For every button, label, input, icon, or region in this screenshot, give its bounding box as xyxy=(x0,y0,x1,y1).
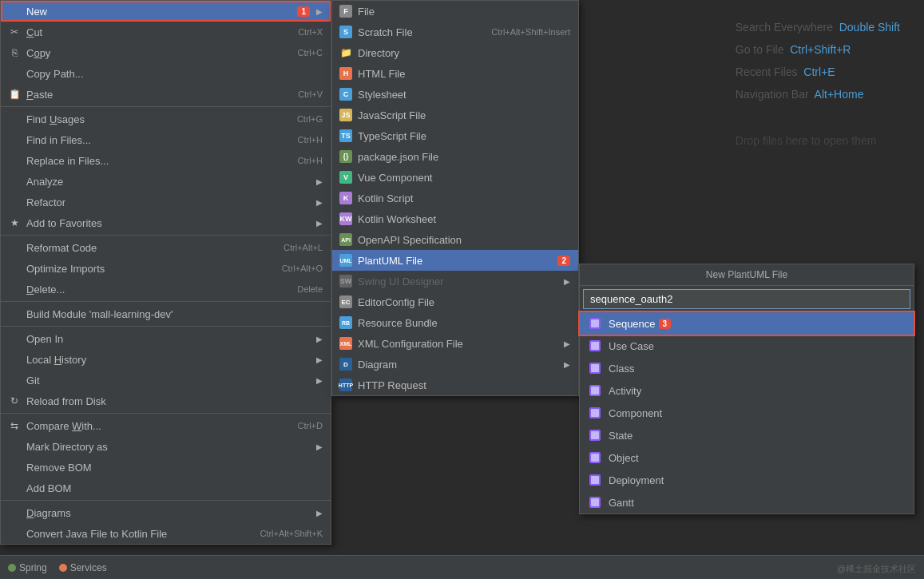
submenu-package-label: package.json File xyxy=(358,151,570,163)
plantuml-item-state[interactable]: State xyxy=(580,424,914,446)
menu-item-diagrams-label: Diagrams xyxy=(26,507,310,519)
menu-item-compare-label: Compare With... xyxy=(26,420,282,432)
submenu-javascript[interactable]: JS JavaScript File xyxy=(332,105,578,125)
services-label: Services xyxy=(70,562,107,573)
plantuml-dialog: New PlantUML File Sequence 3 Use Case Cl… xyxy=(579,264,914,514)
submenu-javascript-label: JavaScript File xyxy=(358,109,570,121)
menu-item-cut[interactable]: ✂ Cut Ctrl+X xyxy=(1,22,331,42)
menu-item-reload-from-disk[interactable]: ↻ Reload from Disk xyxy=(1,391,331,411)
menu-item-replace-in-files-label: Replace in Files... xyxy=(26,155,282,167)
plantuml-use-case-label: Use Case xyxy=(609,340,654,352)
menu-item-replace-in-files[interactable]: Replace in Files... Ctrl+H xyxy=(1,150,331,171)
plantuml-item-class[interactable]: Class xyxy=(580,357,914,379)
menu-item-copy-path-label: Copy Path... xyxy=(26,68,323,80)
submenu-diagram[interactable]: D Diagram ▶ xyxy=(332,354,578,375)
refactor-icon xyxy=(7,195,22,209)
menu-item-local-history[interactable]: Local History ▶ xyxy=(1,349,331,370)
plantuml-item-use-case[interactable]: Use Case xyxy=(580,335,914,357)
menu-item-copy[interactable]: ⎘ Copy Ctrl+C xyxy=(1,42,331,63)
find-usages-icon xyxy=(7,112,22,126)
menu-item-analyze[interactable]: Analyze ▶ xyxy=(1,171,331,192)
plantuml-item-activity[interactable]: Activity xyxy=(580,379,914,402)
submenu-file-label: File xyxy=(358,6,570,18)
menu-item-remove-bom[interactable]: Remove BOM xyxy=(1,457,331,478)
plantuml-item-object[interactable]: Object xyxy=(580,446,914,469)
submenu-editorconfig[interactable]: EC EditorConfig File xyxy=(332,291,578,312)
step-badge-1: 1 xyxy=(297,6,310,17)
xml-icon: XML xyxy=(339,336,353,351)
analyze-icon xyxy=(7,174,22,188)
html-icon: H xyxy=(339,66,353,81)
replace-in-files-icon xyxy=(7,153,22,168)
menu-item-find-in-files[interactable]: Find in Files... Ctrl+H xyxy=(1,129,331,150)
menu-item-diagrams[interactable]: Diagrams ▶ xyxy=(1,502,331,523)
plantuml-item-sequence[interactable]: Sequence 3 xyxy=(580,312,914,335)
menu-item-build-module[interactable]: Build Module 'mall-learning-dev' xyxy=(1,303,331,324)
menu-item-open-in[interactable]: Open In ▶ xyxy=(1,328,331,349)
submenu-openapi[interactable]: API OpenAPI Specification xyxy=(332,229,578,250)
menu-item-git[interactable]: Git ▶ xyxy=(1,370,331,391)
plantuml-name-input[interactable] xyxy=(583,289,910,309)
js-icon: JS xyxy=(339,108,353,122)
menu-item-new[interactable]: New 1 ▶ xyxy=(1,1,331,22)
cut-shortcut: Ctrl+X xyxy=(298,27,323,37)
menu-item-reformat-code[interactable]: Reformat Code Ctrl+Alt+L xyxy=(1,237,331,258)
menu-item-add-to-favorites[interactable]: ★ Add to Favorites ▶ xyxy=(1,212,331,233)
watermark: @稀土掘金技术社区 xyxy=(837,563,916,575)
compare-icon: ⇆ xyxy=(7,418,22,433)
plantuml-item-gantt[interactable]: Gantt xyxy=(580,491,914,514)
menu-item-convert-java[interactable]: Convert Java File to Kotlin File Ctrl+Al… xyxy=(1,523,331,544)
menu-item-refactor-label: Refactor xyxy=(26,196,310,208)
submenu-vue-component[interactable]: V Vue Component xyxy=(332,167,578,188)
directory-icon: 📁 xyxy=(339,46,353,60)
submenu-html-file[interactable]: H HTML File xyxy=(332,63,578,84)
copy-path-icon xyxy=(7,66,22,81)
menu-item-compare-with[interactable]: ⇆ Compare With... Ctrl+D xyxy=(1,415,331,436)
plantuml-item-deployment[interactable]: Deployment xyxy=(580,469,914,491)
submenu-typescript[interactable]: TS TypeScript File xyxy=(332,125,578,146)
vue-icon: V xyxy=(339,170,353,184)
css-icon: C xyxy=(339,87,353,101)
submenu-plantuml-file[interactable]: UML PlantUML File 2 xyxy=(332,250,578,271)
menu-item-add-bom[interactable]: Add BOM xyxy=(1,478,331,498)
menu-item-copy-path[interactable]: Copy Path... xyxy=(1,63,331,84)
menu-item-delete[interactable]: Delete... Delete xyxy=(1,279,331,299)
menu-item-find-in-files-label: Find in Files... xyxy=(26,134,282,146)
menu-item-favorites-label: Add to Favorites xyxy=(26,217,310,229)
submenu-directory[interactable]: 📁 Directory xyxy=(332,42,578,63)
diagram-arrow: ▶ xyxy=(564,360,570,369)
submenu-file[interactable]: F File xyxy=(332,1,578,22)
plantuml-sequence-label: Sequence xyxy=(609,318,656,330)
plantuml-item-component[interactable]: Component xyxy=(580,402,914,424)
compare-shortcut: Ctrl+D xyxy=(298,421,323,430)
submenu-directory-label: Directory xyxy=(358,47,570,59)
submenu-scratch-label: Scratch File xyxy=(358,26,475,38)
xml-arrow: ▶ xyxy=(564,339,570,348)
spring-tab[interactable]: Spring xyxy=(8,562,47,573)
analyze-arrow: ▶ xyxy=(316,177,323,186)
submenu-http-request[interactable]: HTTP HTTP Request xyxy=(332,375,578,395)
menu-item-refactor[interactable]: Refactor ▶ xyxy=(1,192,331,212)
diagrams-icon xyxy=(7,506,22,520)
sequence-icon xyxy=(588,316,602,331)
find-usages-shortcut: Ctrl+G xyxy=(297,114,323,124)
submenu-package-json[interactable]: {} package.json File xyxy=(332,146,578,167)
submenu-plantuml-label: PlantUML File xyxy=(358,255,554,267)
menu-item-paste[interactable]: 📋 Paste Ctrl+V xyxy=(1,84,331,105)
bottom-bar: Spring Services @稀土掘金技术社区 xyxy=(0,555,924,579)
submenu-xml-config[interactable]: XML XML Configuration File ▶ xyxy=(332,333,578,354)
submenu-kotlin-worksheet[interactable]: KW Kotlin Worksheet xyxy=(332,208,578,229)
menu-item-find-usages[interactable]: Find Usages Ctrl+G xyxy=(1,109,331,129)
spring-label: Spring xyxy=(19,562,47,573)
menu-item-optimize-imports[interactable]: Optimize Imports Ctrl+Alt+O xyxy=(1,258,331,279)
gantt-icon xyxy=(588,495,602,510)
menu-item-mark-directory-as[interactable]: Mark Directory as ▶ xyxy=(1,436,331,457)
submenu-kotlin-script[interactable]: K Kotlin Script xyxy=(332,188,578,208)
submenu-stylesheet[interactable]: C Stylesheet xyxy=(332,84,578,105)
submenu-scratch-file[interactable]: S Scratch File Ctrl+Alt+Shift+Insert xyxy=(332,22,578,42)
menu-item-new-label: New xyxy=(26,6,294,18)
submenu-resource-bundle[interactable]: RB Resource Bundle xyxy=(332,312,578,333)
find-in-files-icon xyxy=(7,133,22,147)
services-tab[interactable]: Services xyxy=(59,562,107,573)
plantuml-input-wrapper xyxy=(580,286,914,312)
